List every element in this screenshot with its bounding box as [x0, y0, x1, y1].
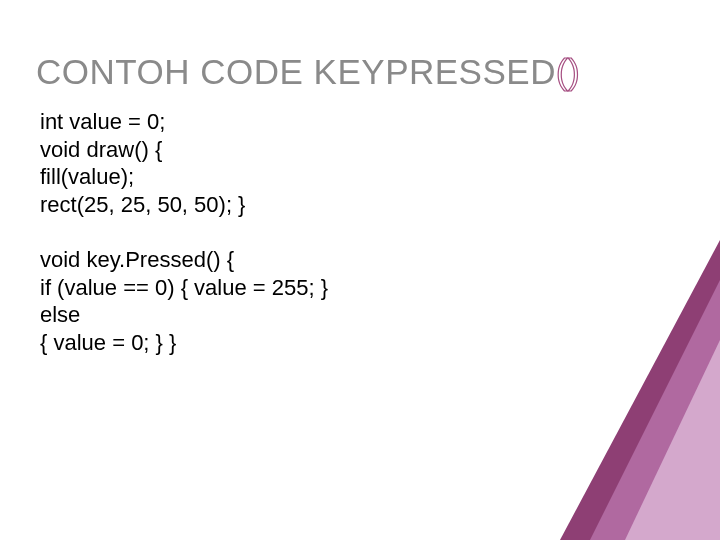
code-block-1: int value = 0; void draw() { fill(value)… [40, 108, 245, 218]
title-paren-open: ( [556, 52, 568, 91]
title-text: CONTOH CODE KEYPRESSED [36, 52, 556, 91]
code-block-2: void key.Pressed() { if (value == 0) { v… [40, 246, 328, 356]
slide: CONTOH CODE KEYPRESSED() int value = 0; … [0, 0, 720, 540]
slide-title: CONTOH CODE KEYPRESSED() [36, 52, 580, 92]
corner-decoration [560, 240, 720, 540]
triangle-light [625, 340, 720, 540]
title-paren-close: ) [568, 52, 580, 91]
